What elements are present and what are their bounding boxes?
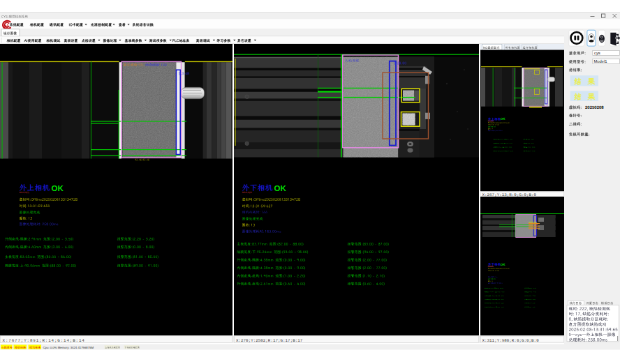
svg-text:OK: OK [501, 263, 506, 266]
svg-text:OK: OK [274, 185, 287, 193]
svg-text:OK: OK [501, 117, 506, 121]
svg-text:NG:0,0(?): NG:0,0(?) [20, 191, 29, 194]
svg-text:OK: OK [52, 185, 64, 193]
svg-text:X:267;Y:13;R:0;G:0;B:0: X:267;Y:13;R:0;G:0;B:0 [482, 192, 537, 197]
svg-text:Cpu: 0.0% Memory: 3424.4179: Cpu: 0.0% Memory: 3424.41796875M [43, 346, 94, 349]
svg-text:X:7677;Y:891;R:14;G:14;B:14: X:7677;Y:891;R:14;G:14;B:14 [3, 338, 85, 343]
svg-text:X:270;Y:2502;R:17;G:17;B:17: X:270;Y:2502;R:17;G:17;B:17 [236, 338, 303, 343]
svg-text:X:311;Y:980;R:0;G:0;B:0: X:311;Y:980;R:0;G:0;B:0 [482, 338, 540, 343]
svg-text:20250208: 20250208 [585, 105, 604, 110]
svg-text:NG:0,0(/0: NG:0,0(/0 [242, 191, 252, 194]
svg-text:cys: cys [594, 52, 600, 56]
svg-text:Model1: Model1 [594, 59, 607, 64]
